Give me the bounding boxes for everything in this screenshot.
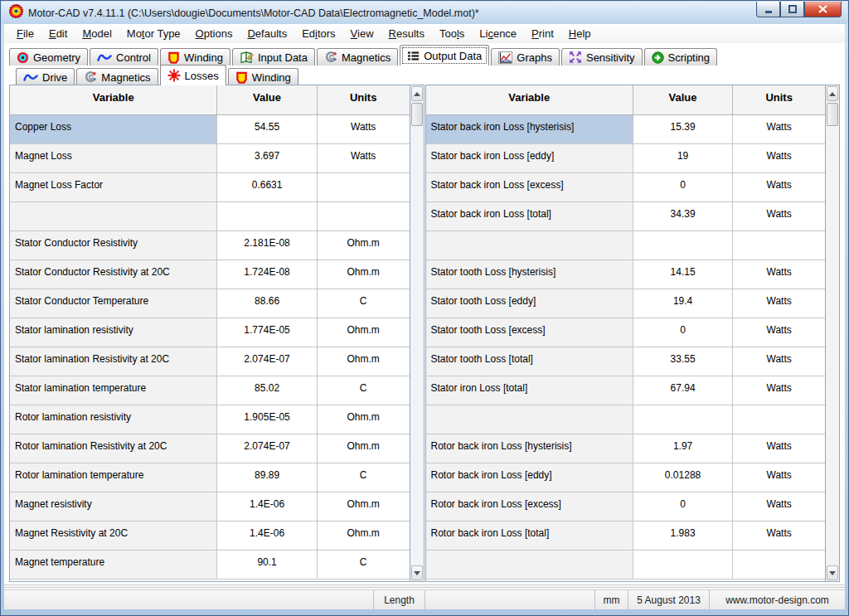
scroll-up-button[interactable] <box>411 86 423 101</box>
tab-sensitivity[interactable]: Sensitivity <box>561 48 643 65</box>
table-row[interactable]: Stator back iron Loss [total]34.39Watts <box>426 202 826 231</box>
variable-cell[interactable]: Rotor lamination Resistivity at 20C <box>10 434 217 463</box>
table-row[interactable]: Stator lamination temperature85.02C <box>10 376 410 405</box>
table-row[interactable]: Stator back iron Loss [eddy]19Watts <box>426 144 826 173</box>
scrollbar-thumb[interactable] <box>411 103 423 126</box>
tab-scripting[interactable]: Scripting <box>644 48 718 65</box>
variable-cell[interactable]: Rotor back iron Loss [eddy] <box>426 463 633 492</box>
table-row[interactable] <box>426 551 826 580</box>
tab-control[interactable]: Control <box>90 48 158 65</box>
scrollbar-thumb[interactable] <box>827 103 838 126</box>
variable-cell[interactable]: Stator tooth Loss [total] <box>426 347 633 376</box>
variable-cell[interactable]: Stator Conductor Resistivity <box>10 231 217 260</box>
menu-item-defaults[interactable]: Defaults <box>240 26 294 41</box>
table-row[interactable]: Magnet Loss Factor0.6631 <box>10 173 410 202</box>
variable-cell[interactable]: Rotor back iron Loss [excess] <box>426 492 633 521</box>
table-row[interactable] <box>426 231 826 260</box>
tab-input-data[interactable]: Input Data <box>232 48 315 65</box>
variable-cell[interactable] <box>10 202 217 231</box>
vertical-scrollbar[interactable] <box>825 85 839 581</box>
variable-cell[interactable]: Stator lamination resistivity <box>10 318 217 347</box>
menu-item-print[interactable]: Print <box>524 26 561 41</box>
menu-item-results[interactable]: Results <box>381 26 432 41</box>
table-row[interactable]: Magnet resistivity1.4E-06Ohm.m <box>10 492 410 521</box>
variable-cell[interactable]: Rotor lamination temperature <box>10 463 217 492</box>
variable-cell[interactable] <box>426 405 633 434</box>
tab-geometry[interactable]: Geometry <box>9 48 88 65</box>
tab-winding[interactable]: Winding <box>160 48 230 65</box>
menu-item-editors[interactable]: Editors <box>294 26 342 41</box>
menu-item-options[interactable]: Options <box>188 26 240 41</box>
table-row[interactable]: Stator tooth Loss [total]33.55Watts <box>426 347 826 376</box>
variable-cell[interactable]: Stator back iron Loss [excess] <box>426 173 633 202</box>
variable-cell[interactable]: Magnet resistivity <box>10 492 217 521</box>
table-row[interactable] <box>426 405 826 434</box>
close-button[interactable] <box>804 2 842 17</box>
variable-cell[interactable] <box>426 551 633 580</box>
menu-item-help[interactable]: Help <box>561 26 599 41</box>
variable-cell[interactable]: Stator back iron Loss [hysterisis] <box>426 115 633 144</box>
subtab-winding[interactable]: Winding <box>228 68 298 85</box>
scroll-down-button[interactable] <box>827 565 838 580</box>
variable-cell[interactable] <box>426 231 633 260</box>
table-row[interactable]: Stator tooth Loss [eddy]19.4Watts <box>426 289 826 318</box>
variable-cell[interactable]: Stator back iron Loss [total] <box>426 202 633 231</box>
scrollbar-track[interactable] <box>826 127 839 565</box>
variable-cell[interactable]: Magnet Loss <box>10 144 217 173</box>
menu-item-file[interactable]: File <box>9 26 41 41</box>
variable-cell[interactable]: Stator back iron Loss [eddy] <box>426 144 633 173</box>
table-row[interactable]: Rotor lamination temperature89.89C <box>10 463 410 492</box>
subtab-magnetics[interactable]: Magnetics <box>76 68 158 85</box>
table-row[interactable]: Stator lamination resistivity1.774E-05Oh… <box>10 318 410 347</box>
variable-cell[interactable]: Rotor back iron Loss [total] <box>426 521 633 551</box>
table-row[interactable]: Stator Conductor Resistivity at 20C1.724… <box>10 260 410 289</box>
variable-cell[interactable]: Stator tooth Loss [excess] <box>426 318 633 347</box>
tab-graphs[interactable]: Graphs <box>491 48 560 65</box>
menu-item-model[interactable]: Model <box>75 26 119 41</box>
variable-cell[interactable]: Stator lamination temperature <box>10 376 217 405</box>
table-row[interactable]: Copper Loss54.55Watts <box>10 115 410 144</box>
table-row[interactable]: Stator tooth Loss [hysterisis]14.15Watts <box>426 260 826 289</box>
menu-item-licence[interactable]: Licence <box>472 26 524 41</box>
table-row[interactable]: Magnet temperature90.1C <box>10 551 410 580</box>
scrollbar-track[interactable] <box>410 127 424 565</box>
variable-cell[interactable]: Stator Conductor Temperature <box>10 289 217 318</box>
tab-magnetics[interactable]: Magnetics <box>317 48 398 65</box>
scroll-down-button[interactable] <box>411 565 423 580</box>
menu-item-tools[interactable]: Tools <box>432 26 472 41</box>
table-row[interactable]: Rotor lamination resistivity1.905E-05Ohm… <box>10 405 410 434</box>
variable-cell[interactable]: Stator tooth Loss [hysterisis] <box>426 260 633 289</box>
table-row[interactable]: Stator back iron Loss [excess]0Watts <box>426 173 826 202</box>
table-row[interactable]: Rotor back iron Loss [eddy]0.01288Watts <box>426 463 826 492</box>
variable-cell[interactable]: Magnet Loss Factor <box>10 173 217 202</box>
table-row[interactable]: Stator iron Loss [total]67.94Watts <box>426 376 826 405</box>
variable-cell[interactable]: Rotor back iron Loss [hysterisis] <box>426 434 633 463</box>
table-row[interactable]: Magnet Loss3.697Watts <box>10 144 410 173</box>
table-row[interactable]: Stator back iron Loss [hysterisis]15.39W… <box>426 115 826 144</box>
table-row[interactable]: Stator Conductor Temperature88.66C <box>10 289 410 318</box>
variable-cell[interactable]: Magnet temperature <box>10 551 217 580</box>
variable-cell[interactable]: Stator iron Loss [total] <box>426 376 633 405</box>
tab-output-data[interactable]: Output Data <box>400 45 489 65</box>
menu-item-view[interactable]: View <box>343 26 381 41</box>
variable-cell[interactable]: Rotor lamination resistivity <box>10 405 217 434</box>
subtab-drive[interactable]: Drive <box>16 68 75 85</box>
menu-item-motor-type[interactable]: Motor Type <box>119 26 188 41</box>
table-row[interactable]: Magnet Resistivity at 20C1.4E-06Ohm.m <box>10 521 410 551</box>
scroll-up-button[interactable] <box>827 86 838 101</box>
table-row[interactable] <box>10 202 410 231</box>
table-row[interactable]: Stator tooth Loss [excess]0Watts <box>426 318 826 347</box>
table-row[interactable]: Stator lamination Resistivity at 20C2.07… <box>10 347 410 376</box>
variable-cell[interactable]: Stator Conductor Resistivity at 20C <box>10 260 217 289</box>
menu-item-edit[interactable]: Edit <box>41 26 75 41</box>
table-row[interactable]: Rotor lamination Resistivity at 20C2.074… <box>10 434 410 463</box>
table-row[interactable]: Rotor back iron Loss [hysterisis]1.97Wat… <box>426 434 826 463</box>
minimize-button[interactable] <box>756 2 780 17</box>
table-row[interactable]: Stator Conductor Resistivity2.181E-08Ohm… <box>10 231 410 260</box>
maximize-button[interactable] <box>780 2 804 17</box>
variable-cell[interactable]: Magnet Resistivity at 20C <box>10 521 217 551</box>
subtab-losses[interactable]: Losses <box>160 65 226 85</box>
variable-cell[interactable]: Stator tooth Loss [eddy] <box>426 289 633 318</box>
vertical-scrollbar[interactable] <box>410 85 424 581</box>
table-row[interactable]: Rotor back iron Loss [total]1.983Watts <box>426 521 826 551</box>
